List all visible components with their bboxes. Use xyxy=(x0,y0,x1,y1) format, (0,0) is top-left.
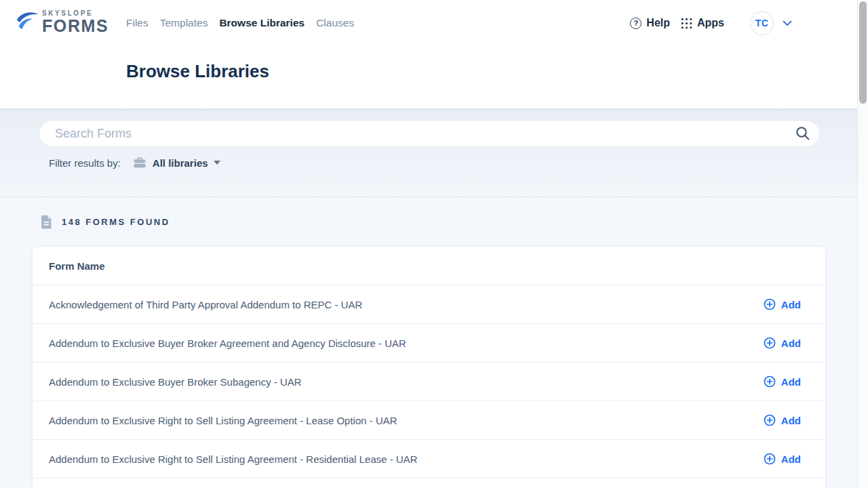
column-header-form-name: Form Name xyxy=(49,260,105,272)
search-button[interactable] xyxy=(794,125,812,143)
add-button[interactable]: Add xyxy=(764,414,801,426)
table-header: Form Name xyxy=(33,247,825,285)
form-name: Addendum to Exclusive Buyer Broker Agree… xyxy=(49,338,406,349)
plus-circle-icon xyxy=(764,298,776,310)
results-count-text: 148 FORMS FOUND xyxy=(62,217,170,227)
results-count: 148 FORMS FOUND xyxy=(41,215,170,229)
table-row[interactable]: Addendum to Exclusive Right to Sell List… xyxy=(33,439,825,478)
page-title: Browse Libraries xyxy=(126,61,269,82)
skyslope-swoosh-icon xyxy=(15,9,41,35)
apps-label: Apps xyxy=(697,17,724,29)
plus-circle-icon xyxy=(764,337,776,349)
add-button-label: Add xyxy=(781,338,801,349)
form-name: Acknowledgement of Third Party Approval … xyxy=(49,299,362,310)
apps-button[interactable]: Apps xyxy=(681,17,724,29)
table-row[interactable]: Acknowledgement of Third Party Approval … xyxy=(33,285,825,323)
nav-item-clauses[interactable]: Clauses xyxy=(316,17,354,29)
nav-item-browse-libraries[interactable]: Browse Libraries xyxy=(219,17,304,29)
forms-table: Form Name Acknowledgement of Third Party… xyxy=(33,247,825,488)
add-button[interactable]: Add xyxy=(764,375,801,388)
scrollbar-thumb[interactable] xyxy=(859,1,867,104)
plus-circle-icon xyxy=(764,453,776,465)
add-button[interactable]: Add xyxy=(764,298,801,310)
table-row[interactable]: Addendum to Exclusive Right to Sell List… xyxy=(33,401,825,439)
add-button[interactable]: Add xyxy=(764,453,801,465)
form-name: Addendum to Exclusive Right to Sell List… xyxy=(49,453,418,465)
add-button-label: Add xyxy=(781,376,801,388)
add-button-label: Add xyxy=(781,415,801,426)
help-button[interactable]: ? Help xyxy=(630,17,670,29)
page-scrollbar[interactable] xyxy=(857,0,868,488)
skyslope-forms-logo[interactable]: SKYSLOPE FORMS xyxy=(15,9,108,36)
apps-grid-icon xyxy=(681,18,692,29)
nav-item-templates[interactable]: Templates xyxy=(160,17,208,29)
account-menu-button[interactable] xyxy=(781,19,793,28)
avatar[interactable]: TC xyxy=(750,12,774,35)
search-filter-band: Filter results by: All libraries xyxy=(0,108,868,197)
chevron-down-icon xyxy=(783,20,792,26)
table-row[interactable]: Addendum to Exclusive Buyer Broker Subag… xyxy=(33,362,825,401)
primary-nav: Files Templates Browse Libraries Clauses xyxy=(126,0,354,46)
form-name: Addendum to Exclusive Buyer Broker Subag… xyxy=(49,376,302,388)
results-section: 148 FORMS FOUND Form Name Acknowledgemen… xyxy=(0,198,868,488)
form-name: Addendum to Exclusive Right to Sell List… xyxy=(49,415,397,426)
avatar-initials: TC xyxy=(755,18,768,28)
filter-row: Filter results by: All libraries xyxy=(49,155,220,171)
search-input[interactable] xyxy=(39,120,820,147)
logo-forms-label: FORMS xyxy=(42,17,108,35)
nav-item-files[interactable]: Files xyxy=(126,17,149,29)
plus-circle-icon xyxy=(764,414,776,426)
logo-text: SKYSLOPE FORMS xyxy=(42,9,108,36)
dropdown-caret-icon[interactable] xyxy=(214,161,220,165)
table-row-partial xyxy=(33,478,825,488)
plus-circle-icon xyxy=(764,375,776,388)
filter-label: Filter results by: xyxy=(49,157,121,169)
briefcase-icon xyxy=(133,156,146,169)
add-button-label: Add xyxy=(781,299,801,310)
library-filter-dropdown[interactable]: All libraries xyxy=(153,157,208,169)
help-icon: ? xyxy=(630,18,642,29)
app-header: SKYSLOPE FORMS Files Templates Browse Li… xyxy=(0,0,868,108)
search-bar xyxy=(39,120,820,147)
add-button[interactable]: Add xyxy=(764,337,801,349)
add-button-label: Add xyxy=(781,453,801,465)
topbar-actions: ? Help Apps TC xyxy=(630,0,793,46)
help-label: Help xyxy=(646,17,670,29)
table-row[interactable]: Addendum to Exclusive Buyer Broker Agree… xyxy=(33,323,825,362)
document-icon xyxy=(41,215,53,229)
search-icon xyxy=(795,125,811,142)
